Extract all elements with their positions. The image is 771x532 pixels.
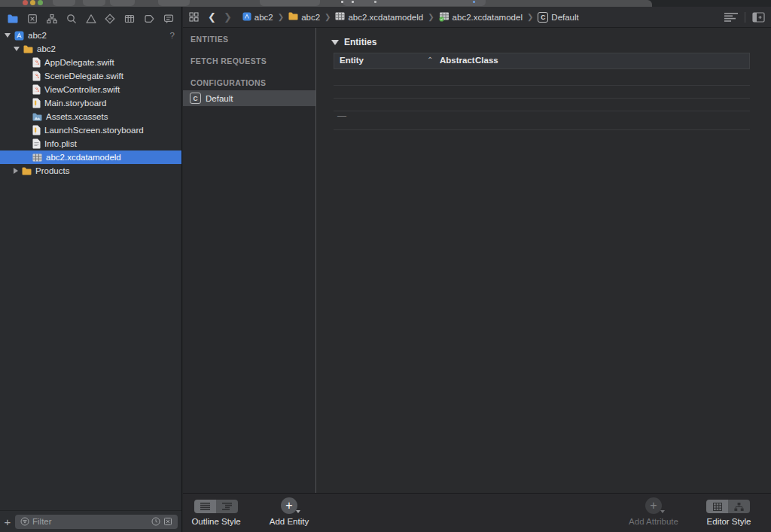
activity-glyph: [341, 1, 343, 3]
sort-ascending-icon[interactable]: ⌃: [427, 56, 433, 64]
window-toolbar-sliver: [0, 0, 652, 7]
add-attribute-dropdown-icon: [660, 510, 665, 513]
related-items-icon[interactable]: [189, 12, 199, 22]
source-control-filter-icon[interactable]: [163, 517, 172, 526]
empty-table-placeholder: —: [337, 111, 346, 121]
add-entity-button[interactable]: +: [281, 497, 297, 514]
entities-group-title: Entities: [344, 37, 376, 47]
disclosure-closed-icon[interactable]: [14, 168, 18, 174]
breadcrumb-separator: ❯: [325, 13, 331, 21]
table-row-separator: [334, 85, 750, 86]
folder-icon: [288, 12, 298, 22]
tree-row-project[interactable]: abc2 ?: [0, 29, 181, 42]
close-window-button[interactable]: [23, 0, 28, 5]
configurations-section-header: CONFIGURATIONS: [190, 78, 267, 87]
editor-style-table-icon[interactable]: [706, 500, 728, 513]
editor-options-icon[interactable]: [724, 12, 738, 22]
breadcrumb-datamodeld[interactable]: abc2.xcdatamodeld: [335, 11, 423, 23]
outline-style-segmented-control: [194, 500, 238, 513]
navigator-filter-bar: +: [0, 510, 181, 532]
entity-table-header: Entity ⌃ Abstract Class: [334, 53, 750, 69]
tree-row-file[interactable]: Info.plist: [0, 137, 181, 150]
configuration-label: Default: [206, 94, 233, 103]
tree-item-label: Assets.xcassets: [46, 112, 108, 121]
swift-file-icon: [32, 84, 41, 95]
source-control-navigator-icon[interactable]: [24, 11, 41, 26]
datamodel-version-checked-icon: [439, 11, 449, 23]
report-navigator-icon[interactable]: [160, 11, 177, 26]
disclosure-open-icon[interactable]: [14, 47, 20, 51]
table-row-separator: [334, 98, 750, 99]
minimize-window-button[interactable]: [30, 0, 35, 5]
tree-row-file[interactable]: Assets.xcassets: [0, 110, 181, 123]
column-header-entity[interactable]: Entity: [340, 56, 364, 65]
toolbar-button[interactable]: [110, 0, 135, 6]
add-entity-dropdown-icon[interactable]: [296, 510, 300, 513]
tree-item-label: Info.plist: [44, 139, 77, 148]
find-navigator-icon[interactable]: [63, 11, 80, 26]
editor-style-label: Editor Style: [702, 517, 755, 526]
column-header-abstract[interactable]: Abstract: [440, 56, 475, 65]
table-row-separator: [334, 129, 750, 130]
entities-group-header[interactable]: Entities: [331, 37, 376, 47]
add-file-button[interactable]: +: [0, 516, 15, 527]
activity-glyph: [374, 1, 376, 3]
toolbar-button[interactable]: [53, 0, 75, 6]
breakpoint-navigator-icon[interactable]: [141, 11, 157, 26]
outline-style-label: Outline Style: [184, 517, 248, 526]
issue-navigator-icon[interactable]: [83, 11, 99, 26]
go-forward-button[interactable]: ❯: [224, 12, 232, 22]
tree-item-label: abc2: [37, 44, 56, 53]
breadcrumb-configuration[interactable]: C Default: [538, 12, 578, 23]
tree-item-label: LaunchScreen.storyboard: [44, 126, 144, 135]
scheme-selector[interactable]: [260, 0, 320, 6]
swift-file-icon: [32, 57, 41, 68]
model-outline-panel: ENTITIES FETCH REQUESTS CONFIGURATIONS C…: [183, 28, 315, 493]
zoom-window-button[interactable]: [38, 0, 43, 5]
configuration-row-default[interactable]: C Default: [183, 90, 315, 106]
outline-style-flat-icon[interactable]: [194, 500, 216, 513]
tree-item-label: Main.storyboard: [44, 99, 106, 108]
test-navigator-icon[interactable]: [102, 11, 118, 26]
symbol-navigator-icon[interactable]: [44, 11, 60, 26]
outline-style-hierarchical-icon[interactable]: [216, 500, 238, 513]
tree-item-label: Products: [35, 166, 69, 175]
project-navigator-icon[interactable]: [5, 11, 21, 26]
toolbar-button[interactable]: [158, 0, 190, 6]
add-entity-label: Add Entity: [258, 517, 321, 526]
debug-navigator-icon[interactable]: [121, 11, 138, 26]
xcode-project-icon: [14, 31, 24, 41]
tree-row-group[interactable]: abc2: [0, 42, 181, 56]
editor-style-segmented-control: [706, 500, 750, 513]
toolbar-button[interactable]: [83, 0, 105, 6]
breadcrumb-project[interactable]: abc2: [242, 12, 273, 23]
breadcrumb-group[interactable]: abc2: [288, 12, 320, 22]
filter-input[interactable]: [31, 516, 150, 527]
configuration-c-icon: C: [190, 93, 201, 104]
breadcrumb-label: abc2: [301, 13, 320, 22]
filter-field[interactable]: [15, 515, 178, 529]
breadcrumb-datamodel[interactable]: abc2.xcdatamodel: [439, 11, 523, 23]
activity-glyph: [352, 1, 354, 3]
recent-files-clock-icon[interactable]: [151, 517, 160, 526]
tree-row-file[interactable]: ViewController.swift: [0, 83, 181, 96]
tree-item-label: abc2: [28, 31, 47, 40]
editor-style-graph-icon[interactable]: [728, 500, 750, 513]
plist-file-icon: [32, 138, 41, 149]
tree-row-file[interactable]: AppDelegate.swift: [0, 56, 181, 69]
add-editor-icon[interactable]: [752, 12, 765, 23]
asset-catalog-icon: [32, 113, 42, 121]
column-header-class[interactable]: Class: [475, 56, 498, 65]
tree-row-file[interactable]: SceneDelegate.swift: [0, 69, 181, 83]
breadcrumb-label: abc2.xcdatamodeld: [348, 13, 423, 22]
activity-viewer: [343, 0, 486, 6]
disclosure-open-icon[interactable]: [5, 33, 11, 38]
tree-row-file[interactable]: LaunchScreen.storyboard: [0, 123, 181, 137]
tree-row-file-selected[interactable]: abc2.xcdatamodeld: [0, 150, 181, 164]
add-attribute-button[interactable]: +: [645, 497, 662, 514]
go-back-button[interactable]: ❮: [208, 12, 216, 22]
fetch-requests-section-header: FETCH REQUESTS: [190, 56, 267, 65]
tree-row-group[interactable]: Products: [0, 164, 181, 178]
tree-row-file[interactable]: Main.storyboard: [0, 96, 181, 110]
breadcrumb-label: abc2.xcdatamodel: [453, 13, 523, 22]
